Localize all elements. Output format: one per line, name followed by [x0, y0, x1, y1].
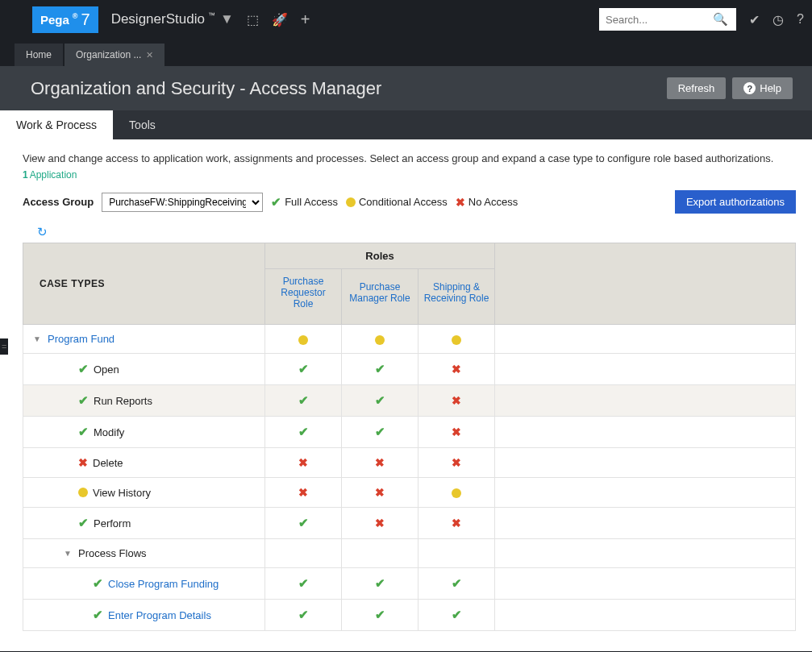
access-cell[interactable]: ✖: [418, 417, 495, 448]
refresh-small-icon[interactable]: ↻: [37, 225, 48, 239]
access-cell[interactable]: ✔: [265, 417, 342, 448]
check-icon[interactable]: ✔: [749, 12, 760, 27]
check-icon[interactable]: ✔: [78, 516, 89, 530]
access-cell[interactable]: ✔: [342, 568, 418, 600]
x-icon[interactable]: ✖: [298, 486, 308, 499]
check-icon[interactable]: ✔: [298, 576, 309, 590]
access-cell[interactable]: ✖: [342, 508, 418, 539]
application-link[interactable]: 1Application: [23, 169, 796, 181]
access-cell[interactable]: ✔: [342, 600, 418, 631]
access-cell[interactable]: ✖: [265, 448, 342, 478]
tab-work-process[interactable]: Work & Process: [0, 110, 113, 139]
access-cell[interactable]: [342, 539, 418, 568]
access-cell[interactable]: ✔: [265, 354, 342, 385]
x-icon[interactable]: ✖: [452, 426, 461, 438]
x-icon[interactable]: ✖: [78, 456, 88, 469]
plus-icon[interactable]: +: [301, 10, 310, 29]
access-cell[interactable]: ✔: [342, 385, 418, 417]
refresh-button[interactable]: Refresh: [667, 77, 727, 99]
x-icon[interactable]: ✖: [375, 456, 385, 469]
check-icon[interactable]: ✔: [298, 608, 309, 621]
check-icon[interactable]: ✔: [375, 425, 385, 438]
dot-icon[interactable]: [452, 335, 461, 345]
access-cell[interactable]: ✖: [342, 448, 418, 478]
role-col-0[interactable]: Purchase Requestor Role: [265, 269, 342, 325]
clock-icon[interactable]: ◷: [772, 12, 784, 27]
check-icon[interactable]: ✔: [298, 516, 309, 529]
access-cell[interactable]: ✖: [418, 354, 495, 385]
access-cell[interactable]: ✖: [418, 385, 495, 417]
doc-tab-organization[interactable]: Organization ... ✕: [65, 44, 164, 66]
x-icon[interactable]: ✖: [375, 517, 385, 529]
check-icon[interactable]: ✔: [375, 608, 385, 621]
caret-down-icon[interactable]: ▼: [64, 549, 73, 558]
access-cell[interactable]: [418, 539, 495, 568]
row-label[interactable]: Program Fund: [48, 333, 115, 345]
app-link-label: Application: [30, 169, 77, 181]
access-grid: CASE TYPES Roles Purchase Requestor Role…: [23, 243, 796, 631]
access-cell[interactable]: [265, 539, 342, 568]
search-icon[interactable]: 🔍: [708, 12, 733, 27]
access-cell[interactable]: ✖: [342, 478, 418, 508]
check-icon[interactable]: ✔: [78, 393, 89, 408]
access-cell[interactable]: ✔: [265, 508, 342, 539]
dot-icon[interactable]: [452, 488, 461, 498]
tab-tools[interactable]: Tools: [113, 110, 172, 139]
logo-text: Pega: [40, 13, 69, 27]
access-cell[interactable]: [418, 325, 495, 354]
check-icon[interactable]: ✔: [375, 393, 385, 407]
export-button[interactable]: Export authorizations: [675, 190, 796, 214]
dot-icon[interactable]: [298, 335, 308, 345]
side-handle[interactable]: =: [0, 338, 8, 355]
check-icon[interactable]: ✔: [78, 362, 89, 376]
access-cell[interactable]: ✔: [265, 568, 342, 600]
x-icon[interactable]: ✖: [375, 486, 385, 499]
access-cell[interactable]: ✔: [342, 354, 418, 385]
access-group-select[interactable]: PurchaseFW:ShippingReceiving: [102, 193, 263, 212]
help-button[interactable]: ? Help: [732, 77, 793, 99]
role-col-2[interactable]: Shipping & Receiving Role: [418, 269, 495, 325]
role-col-1[interactable]: Purchase Manager Role: [342, 269, 418, 325]
x-icon[interactable]: ✖: [298, 456, 308, 469]
close-icon[interactable]: ✕: [146, 50, 153, 60]
cube-icon[interactable]: ⬚: [247, 12, 259, 27]
access-cell[interactable]: ✖: [265, 478, 342, 508]
check-icon[interactable]: ✔: [452, 608, 462, 621]
access-cell[interactable]: ✖: [418, 448, 495, 478]
x-icon[interactable]: ✖: [452, 517, 461, 529]
check-icon[interactable]: ✔: [93, 576, 103, 591]
row-name-cell: ✔Run Reports: [23, 385, 265, 417]
check-icon[interactable]: ✔: [298, 425, 309, 438]
check-icon[interactable]: ✔: [93, 608, 103, 622]
access-cell[interactable]: ✖: [418, 508, 495, 539]
access-cell[interactable]: ✔: [418, 568, 495, 600]
check-icon[interactable]: ✔: [375, 362, 385, 376]
search-input[interactable]: [599, 14, 708, 26]
check-icon[interactable]: ✔: [298, 393, 309, 407]
x-icon[interactable]: ✖: [452, 456, 461, 469]
dot-icon[interactable]: [78, 488, 88, 497]
brand[interactable]: DesignerStudio™ ▼: [111, 11, 234, 27]
x-icon[interactable]: ✖: [452, 394, 461, 407]
access-cell[interactable]: ✔: [265, 385, 342, 417]
check-icon[interactable]: ✔: [298, 362, 309, 376]
caret-down-icon[interactable]: ▼: [33, 334, 43, 343]
access-cell[interactable]: [265, 325, 342, 354]
check-icon[interactable]: ✔: [375, 576, 385, 590]
check-icon[interactable]: ✔: [452, 576, 462, 590]
dot-icon[interactable]: [375, 335, 385, 345]
table-row: ✖Delete✖✖✖: [23, 448, 796, 478]
access-cell[interactable]: ✔: [418, 600, 495, 631]
help-icon[interactable]: ?: [797, 12, 804, 27]
row-label[interactable]: Close Program Funding: [108, 578, 219, 590]
access-cell[interactable]: [418, 478, 495, 508]
rocket-icon[interactable]: 🚀: [272, 12, 288, 27]
doc-tab-home[interactable]: Home: [15, 44, 63, 66]
row-label[interactable]: Enter Program Details: [108, 609, 211, 621]
x-icon[interactable]: ✖: [452, 363, 461, 376]
doc-tab-label: Organization ...: [76, 49, 141, 60]
access-cell[interactable]: [342, 325, 418, 354]
access-cell[interactable]: ✔: [265, 600, 342, 631]
access-cell[interactable]: ✔: [342, 417, 418, 448]
check-icon[interactable]: ✔: [78, 425, 89, 439]
